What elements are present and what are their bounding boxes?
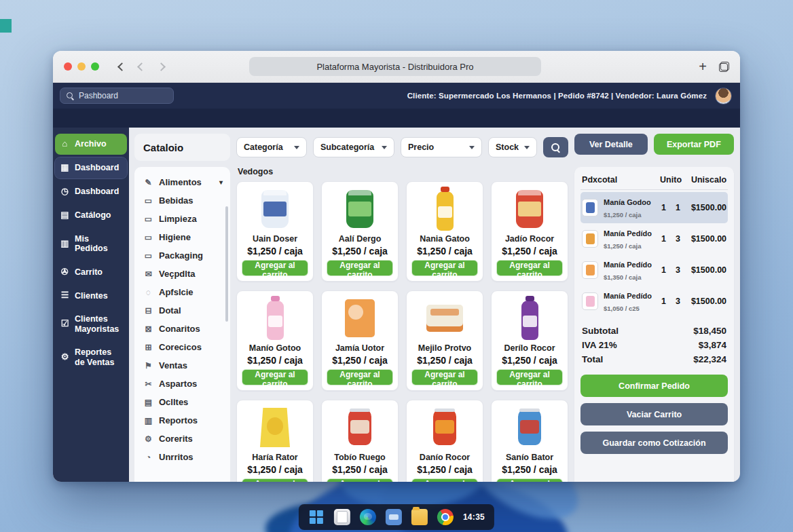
cart-row[interactable]: Manía Pedído $1,250 / caja 1 3 $1500.00 [580, 223, 728, 254]
add-to-cart-button[interactable]: Agregar al carrito [411, 260, 478, 276]
sidebar-item[interactable]: ▤ Catálogo [55, 205, 127, 226]
category-icon: ▭ [143, 251, 153, 261]
add-to-cart-button[interactable]: Agregar al carrito [327, 478, 393, 482]
add-to-cart-button[interactable]: Agregar al carrito [242, 369, 308, 385]
category-icon: ▭ [143, 233, 153, 242]
total-row: Subtotal $18,450 [582, 324, 726, 338]
sidebar-item[interactable]: ☰ Clientes [55, 285, 127, 306]
sidebar-item[interactable]: ▦ Dashboard [55, 157, 127, 178]
sidebar-item-icon: ⚙ [60, 352, 70, 362]
category-item[interactable]: ▭ Bebidas [139, 191, 227, 210]
cart-item-subtitle: $1,250 / caja [604, 211, 641, 218]
category-item[interactable]: ✉ Veçpdlta [139, 265, 227, 283]
product-name: Aalí Dergo [339, 234, 382, 244]
add-to-cart-button[interactable]: Agregar al carrito [496, 478, 563, 482]
category-item[interactable]: ⚑ Ventas [139, 356, 227, 375]
category-item[interactable]: ✎ Alimentos ▾ [139, 173, 227, 191]
filter-select[interactable]: Subcategoría [313, 137, 394, 157]
filter-select[interactable]: Precio [401, 137, 482, 157]
guardar-cotizacion-button[interactable]: Guardar como Cotización [580, 432, 728, 454]
cart-item-name: Manía Pedído [604, 292, 652, 300]
add-to-cart-button[interactable]: Agregar al carrito [411, 369, 478, 385]
category-item[interactable]: ▭ Packaging [139, 246, 227, 265]
folder-icon[interactable] [411, 509, 428, 525]
windows-start-icon[interactable] [308, 509, 325, 525]
add-to-cart-button[interactable]: Agregar al carrito [496, 260, 563, 276]
sidebar-item[interactable]: ⚙ Reportes de Ventas [55, 342, 127, 373]
forward-icon[interactable] [157, 62, 166, 71]
category-icon: ✂ [143, 379, 153, 389]
product-image [261, 190, 289, 228]
search-input[interactable]: Pashboard [60, 88, 174, 104]
category-item[interactable]: ◔ Unrritos [139, 448, 227, 466]
filter-select[interactable]: Stock [488, 137, 537, 157]
add-to-cart-button[interactable]: Agregar al carrito [242, 260, 308, 276]
search-icon [67, 92, 74, 100]
cart-row[interactable]: Manía Pedído $1,050 / c25 1 3 $1500.00 [580, 286, 728, 317]
add-to-cart-button[interactable]: Agregar al carrito [327, 260, 393, 276]
product-name: Mejilo Protvo [418, 343, 471, 353]
search-icon [551, 143, 560, 152]
chrome-browser-icon[interactable] [437, 509, 454, 525]
window-tab[interactable]: Plataforma Mayorista - Distribuidora Pro [249, 57, 541, 76]
chevron-down-icon [524, 146, 530, 149]
product-image [426, 305, 463, 332]
category-icon: ⊠ [143, 324, 153, 334]
category-item[interactable]: ✂ Aspartos [139, 375, 227, 393]
category-item[interactable]: ⊟ Dotal [139, 301, 227, 320]
product-name: Jamía Uotor [335, 343, 384, 353]
category-label: Reportos [159, 415, 198, 425]
back-icon[interactable] [137, 62, 146, 71]
edge-browser-icon[interactable] [360, 509, 376, 525]
exportar-pdf-button[interactable]: Exportar PDF [654, 134, 734, 155]
product-card: Manío Gotoo $1,250 / caja Agregar al car… [236, 290, 314, 391]
sidebar-item[interactable]: ✇ Carrito [55, 262, 127, 283]
sidebar-item[interactable]: ☑ Clientes Mayoristas [55, 309, 127, 339]
app-tile-icon[interactable] [386, 509, 402, 525]
filter-select[interactable]: Categoría [236, 137, 307, 157]
sidebar-item-label: Dashboard [75, 187, 119, 196]
add-to-cart-button[interactable]: Agregar al carrito [496, 369, 563, 385]
cart-totals: Subtotal $18,450 IVA 21% $3,874 Total $2… [580, 324, 728, 366]
ver-detalle-button[interactable]: Ver Detalle [574, 134, 648, 155]
category-item[interactable]: ▭ Higiene [139, 228, 227, 246]
add-to-cart-button[interactable]: Agregar al carrito [327, 369, 393, 385]
category-item[interactable]: ▥ Reportos [139, 411, 227, 430]
vaciar-carrito-button[interactable]: Vaciar Carrito [580, 403, 728, 425]
new-tab-button[interactable]: + [699, 60, 707, 73]
category-label: Aspartos [159, 379, 197, 389]
minimize-window-button[interactable] [77, 62, 86, 71]
taskbar: 14:35 [299, 504, 494, 530]
cart-item-name: Manía Pedído [604, 229, 652, 238]
close-window-button[interactable] [64, 62, 72, 71]
tab-overview-icon[interactable] [719, 62, 729, 72]
category-item[interactable]: ⊠ Conaritos [139, 320, 227, 338]
sidebar-item[interactable]: ⌂ Archivo [55, 134, 127, 155]
category-item[interactable]: ▭ Limpieza [139, 210, 227, 228]
product-card: Derílo Rocor $1,250 / caja Agregar al ca… [491, 290, 568, 391]
add-to-cart-button[interactable]: Agregar al carrito [242, 478, 308, 482]
confirmar-pedido-button[interactable]: Confirmar Pedido [580, 375, 728, 397]
category-item[interactable]: ◌ Apfslcie [139, 283, 227, 301]
cart-item-subtitle: $1,350 / caja [604, 273, 641, 281]
cart-item-name: Manía Godoo [604, 198, 651, 206]
cart-row[interactable]: Manía Godoo $1,250 / caja 1 1 $1500.00 [580, 192, 728, 223]
sidebar-item[interactable]: ▥ Mis Pedidos [55, 229, 127, 259]
search-button[interactable] [543, 137, 568, 157]
add-to-cart-button[interactable]: Agregar al carrito [411, 478, 478, 482]
back-icon[interactable] [117, 62, 126, 71]
avatar[interactable] [715, 88, 732, 104]
scrollbar[interactable] [225, 206, 228, 322]
product-image [348, 410, 371, 445]
zoom-window-button[interactable] [91, 62, 99, 71]
category-item[interactable]: ⚙ Corerits [139, 430, 227, 448]
category-label: Ventas [159, 360, 187, 370]
category-icon: ▭ [143, 214, 153, 224]
category-item[interactable]: ⊞ Corecicos [139, 338, 227, 356]
cart-row[interactable]: Manía Pedído $1,350 / caja 1 3 $1500.00 [580, 254, 728, 286]
product-price: $1,250 / caja [332, 464, 388, 475]
taskbar-clock[interactable]: 14:35 [463, 512, 485, 522]
category-item[interactable]: ▤ Oclltes [139, 393, 227, 411]
file-explorer-icon[interactable] [334, 509, 350, 525]
sidebar-item[interactable]: ◷ Dashboard [55, 181, 127, 202]
